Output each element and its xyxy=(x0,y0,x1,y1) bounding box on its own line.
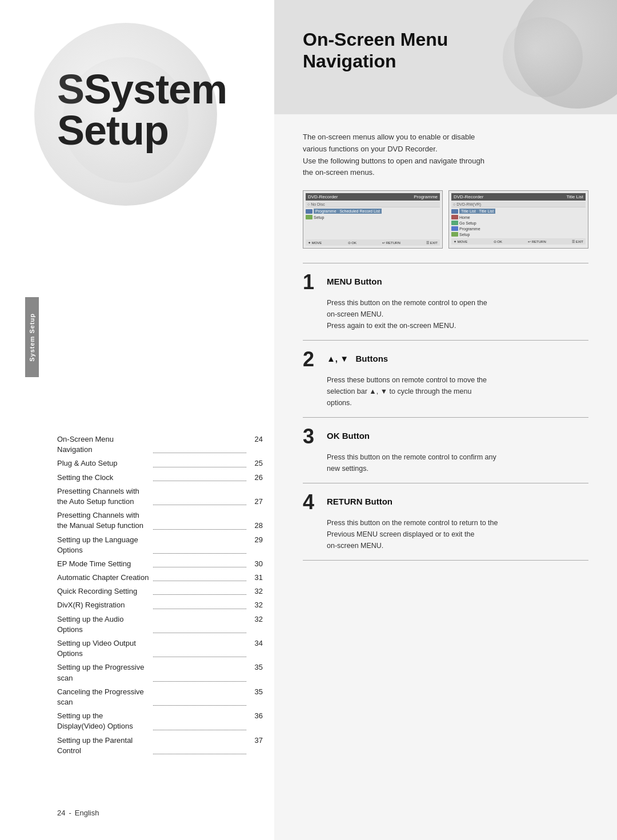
section-1-number: 1 xyxy=(303,272,320,293)
sidebar-tab: System Setup xyxy=(25,297,39,377)
section-2-header: 2 ▲, ▼ Buttons xyxy=(303,349,588,370)
footer-page: 24 xyxy=(57,809,65,817)
ss-nav-left: ✦ MOVE ⊙ OK ↩ RETURN ☰ EXIT xyxy=(306,239,440,246)
sidebar-tab-text: System Setup xyxy=(29,313,35,362)
right-panel: On-Screen Menu Navigation The on-screen … xyxy=(274,0,617,840)
section-2-title: ▲, ▼ Buttons xyxy=(327,349,388,363)
s-letter: S xyxy=(57,66,84,112)
toc-item: Canceling the Progressive scan 35 xyxy=(57,687,263,707)
left-panel: SSystem Setup System Setup On-Screen Men… xyxy=(0,0,274,840)
section-1-title: MENU Button xyxy=(327,272,382,286)
title-block: SSystem Setup xyxy=(57,69,227,151)
section-2-body: Press these buttons on remote control to… xyxy=(303,374,588,409)
toc-item: DivX(R) Registration 32 xyxy=(57,600,263,610)
toc-item-multi: Presetting Channels with the Auto Setup … xyxy=(57,486,263,507)
toc-item-multi: Presetting Channels with the Manual Setu… xyxy=(57,510,263,531)
toc-item: Setting up the Language Options 29 xyxy=(57,535,263,555)
section-1-header: 1 MENU Button xyxy=(303,272,588,293)
section-4: 4 RETURN Button Press this button on the… xyxy=(303,483,588,560)
toc-item: Setting up Video Output Options 34 xyxy=(57,638,263,659)
section-3-title: OK Button xyxy=(327,426,370,441)
title-system: SSystem xyxy=(57,69,227,110)
intro-text: The on-screen menus allow you to enable … xyxy=(303,131,588,179)
footer-lang: English xyxy=(75,809,99,817)
rp-title-text: On-Screen Menu Navigation xyxy=(303,29,617,73)
section-1: 1 MENU Button Press this button on the r… xyxy=(303,263,588,340)
toc-item: EP Mode Time Setting 30 xyxy=(57,559,263,569)
section-4-body: Press this button on the remote control … xyxy=(303,517,588,551)
section-3-header: 3 OK Button xyxy=(303,426,588,447)
section-2-number: 2 xyxy=(303,349,320,370)
ss-header-right: DVD-Recorder Title List xyxy=(451,193,586,201)
toc-item: Setting the Clock 26 xyxy=(57,473,263,483)
screenshots-row: DVD-Recorder Programme ○ No Disc Program… xyxy=(303,190,588,249)
toc-item: Setting up the Progressive scan 35 xyxy=(57,662,263,683)
toc-item: Setting up the Audio Options 32 xyxy=(57,614,263,635)
toc-item: Plug & Auto Setup 25 xyxy=(57,458,263,469)
ss-nav-right: ✦ MOVE ⊙ OK ↩ RETURN ☰ EXIT xyxy=(451,238,586,245)
section-4-title: RETURN Button xyxy=(327,492,392,506)
screenshot-left: DVD-Recorder Programme ○ No Disc Program… xyxy=(303,190,443,249)
ss-header-left: DVD-Recorder Programme xyxy=(306,193,440,201)
screenshot-right: DVD-Recorder Title List ○ DVD-RW(VR) Tit… xyxy=(448,190,588,249)
rp-content: The on-screen menus allow you to enable … xyxy=(274,114,617,578)
table-of-contents: On-Screen Menu Navigation 24 Plug & Auto… xyxy=(57,434,263,759)
title-setup: Setup xyxy=(57,110,227,151)
toc-item: Automatic Chapter Creation 31 xyxy=(57,573,263,583)
toc-item: Setting up the Parental Control 37 xyxy=(57,735,263,756)
section-2: 2 ▲, ▼ Buttons Press these buttons on re… xyxy=(303,340,588,417)
section-4-number: 4 xyxy=(303,492,320,513)
toc-item: On-Screen Menu Navigation 24 xyxy=(57,434,263,455)
section-3-body: Press this button on the remote control … xyxy=(303,451,588,474)
section-3-number: 3 xyxy=(303,426,320,447)
toc-item: Quick Recording Setting 32 xyxy=(57,586,263,597)
section-1-body: Press this button on the remote control … xyxy=(303,297,588,331)
rp-header-bg: On-Screen Menu Navigation xyxy=(274,0,617,114)
toc-item: Setting up the Display(Video) Options 36 xyxy=(57,711,263,731)
section-4-header: 4 RETURN Button xyxy=(303,492,588,513)
footer: 24 - English xyxy=(57,809,99,817)
section-3: 3 OK Button Press this button on the rem… xyxy=(303,417,588,483)
rp-title: On-Screen Menu Navigation xyxy=(274,0,617,73)
